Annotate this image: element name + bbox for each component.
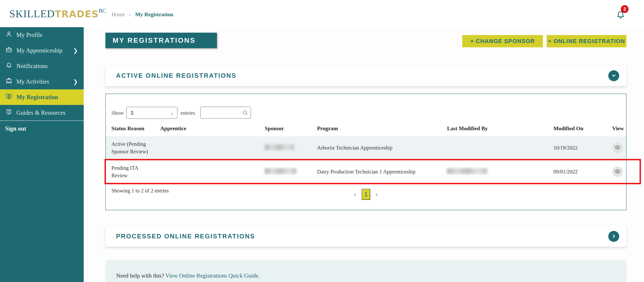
chevron-right-icon: ❯ bbox=[73, 78, 78, 85]
entries-label: entries bbox=[180, 110, 195, 116]
view-row-button[interactable] bbox=[612, 166, 623, 177]
sidebar-item-label: Guides & Resources bbox=[16, 109, 66, 116]
change-sponsor-button[interactable]: + CHANGE SPONSOR bbox=[462, 35, 543, 47]
pagination-next-button[interactable]: › bbox=[375, 191, 378, 198]
column-header-program[interactable]: Program bbox=[317, 125, 447, 132]
pagination-page-1-button[interactable]: 1 bbox=[362, 189, 370, 200]
page-title-banner: MY REGISTRATIONS bbox=[106, 33, 217, 48]
column-header-view[interactable]: View bbox=[612, 125, 624, 132]
collapse-section-button[interactable] bbox=[608, 70, 619, 81]
activities-icon bbox=[5, 77, 13, 86]
breadcrumb-separator: > bbox=[129, 12, 131, 17]
breadcrumb: Home > My Registration bbox=[112, 11, 173, 18]
column-header-apprentice[interactable]: Apprentice bbox=[160, 125, 265, 132]
table-row-highlighted: Pending ITA Review Dairy Production Tech… bbox=[106, 159, 626, 184]
pagination: ‹ 1 › bbox=[106, 188, 626, 200]
page-title: MY REGISTRATIONS bbox=[112, 36, 196, 45]
sidebar-item-label: My Profile bbox=[16, 32, 42, 39]
view-row-button[interactable] bbox=[612, 143, 623, 153]
registration-icon bbox=[5, 93, 13, 102]
page-size-value: 5 bbox=[131, 110, 170, 116]
processed-section-title: PROCESSED ONLINE REGISTRATIONS bbox=[116, 233, 255, 240]
show-label: Show bbox=[112, 110, 124, 116]
sign-out-button[interactable]: Sign out bbox=[0, 121, 84, 136]
column-header-sponsor[interactable]: Sponsor bbox=[265, 125, 317, 132]
cell-sponsor bbox=[265, 144, 317, 151]
table-header-row: Status Reason Apprentice Sponsor Program… bbox=[106, 123, 626, 134]
book-icon bbox=[5, 108, 13, 117]
active-registrations-table: Show 5 ⌄ entries Status Reason Apprentic… bbox=[106, 94, 626, 210]
breadcrumb-home-link[interactable]: Home bbox=[112, 11, 125, 18]
sidebar-item-guides-resources[interactable]: Guides & Resources bbox=[0, 105, 84, 121]
help-text: Need help with this? bbox=[116, 272, 165, 279]
sign-out-label: Sign out bbox=[5, 125, 26, 132]
sidebar-nav: My Profile My Apprenticeship ❯ Notificat… bbox=[0, 27, 84, 282]
briefcase-icon bbox=[5, 46, 13, 55]
active-registrations-section-header[interactable]: ACTIVE ONLINE REGISTRATIONS bbox=[106, 65, 626, 86]
cell-last-modified-by bbox=[447, 168, 554, 175]
skilledtradesbc-logo[interactable]: SKILLEDTRADESBC bbox=[10, 8, 106, 20]
sidebar-item-my-profile[interactable]: My Profile bbox=[0, 27, 84, 43]
sidebar-item-my-registration[interactable]: My Registration bbox=[0, 89, 84, 105]
column-header-modified-on[interactable]: Modified On bbox=[554, 125, 612, 132]
cell-sponsor bbox=[265, 168, 317, 175]
table-search bbox=[200, 107, 251, 119]
page-size-select[interactable]: 5 ⌄ bbox=[126, 107, 178, 119]
expand-section-button[interactable] bbox=[608, 231, 619, 242]
logo-skilled: SKILLED bbox=[10, 8, 55, 20]
sidebar-item-my-apprenticeship[interactable]: My Apprenticeship ❯ bbox=[0, 43, 84, 58]
bell-icon bbox=[5, 62, 13, 71]
pagination-prev-button[interactable]: ‹ bbox=[354, 191, 356, 198]
bell-icon bbox=[616, 18, 626, 21]
cell-program: Arborist Technician Apprenticeship bbox=[317, 145, 447, 151]
sidebar-item-label: My Activities bbox=[16, 78, 49, 85]
cell-modified-on: 10/19/2022 bbox=[554, 145, 612, 151]
cell-status-reason: Active (Pending Sponsor Review) bbox=[112, 140, 151, 155]
notifications-bell-button[interactable]: 2 bbox=[616, 10, 633, 25]
sidebar-item-my-activities[interactable]: My Activities ❯ bbox=[0, 74, 84, 89]
active-section-title: ACTIVE ONLINE REGISTRATIONS bbox=[116, 72, 236, 79]
cell-program: Dairy Production Technician 1 Apprentice… bbox=[317, 169, 447, 175]
logo-trades: TRADES bbox=[55, 9, 98, 20]
breadcrumb-current: My Registration bbox=[135, 11, 173, 18]
help-panel: Need help with this? View Online Registr… bbox=[106, 260, 626, 282]
chevron-down-icon: ⌄ bbox=[170, 110, 174, 115]
processed-registrations-section-header[interactable]: PROCESSED ONLINE REGISTRATIONS bbox=[106, 226, 626, 247]
table-length-control: Show 5 ⌄ entries bbox=[112, 107, 195, 119]
cell-modified-on: 09/01/2022 bbox=[554, 169, 612, 175]
redacted-sponsor-value bbox=[265, 168, 296, 174]
sidebar-item-label: My Registration bbox=[16, 94, 58, 101]
sidebar-item-label: Notifications bbox=[16, 63, 48, 70]
sidebar-item-notifications[interactable]: Notifications bbox=[0, 58, 84, 74]
notification-count-badge: 2 bbox=[621, 5, 629, 13]
cell-status-reason: Pending ITA Review bbox=[112, 164, 151, 179]
search-input[interactable] bbox=[203, 108, 241, 118]
column-header-status-reason[interactable]: Status Reason bbox=[112, 125, 160, 132]
logo-bc-suffix: BC bbox=[99, 8, 106, 14]
sidebar-item-label: My Apprenticeship bbox=[16, 47, 62, 54]
top-bar: SKILLEDTRADESBC Home > My Registration 2 bbox=[0, 0, 644, 27]
chevron-down-icon bbox=[611, 73, 617, 79]
redacted-last-modified-by-value bbox=[447, 168, 487, 174]
chevron-right-icon bbox=[611, 233, 617, 240]
online-registration-button[interactable]: + ONLINE REGISTRATION bbox=[547, 35, 626, 47]
column-header-last-modified-by[interactable]: Last Modified By bbox=[447, 125, 554, 132]
person-icon bbox=[5, 31, 13, 40]
eye-icon bbox=[614, 144, 621, 151]
chevron-right-icon: ❯ bbox=[73, 47, 78, 54]
table-row: Active (Pending Sponsor Review) Arborist… bbox=[106, 136, 626, 159]
quick-guide-link[interactable]: View Online Registrations Quick Guide. bbox=[165, 272, 260, 279]
eye-icon bbox=[614, 168, 621, 175]
redacted-sponsor-value bbox=[265, 144, 294, 150]
